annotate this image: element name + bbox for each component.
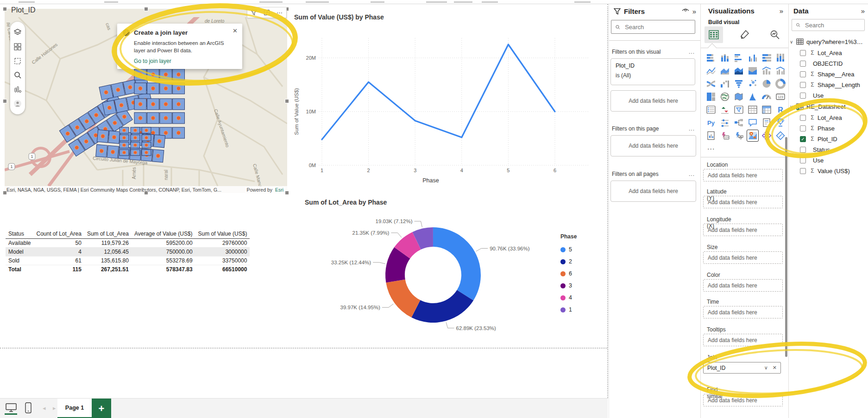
add-data-fields-well[interactable]: Add data fields here <box>703 279 783 292</box>
new-page-button[interactable]: + <box>92 399 111 418</box>
legend-item[interactable]: 5 <box>560 243 577 256</box>
field-row-status[interactable]: Status <box>800 144 868 155</box>
power-apps-visual-icon[interactable]: 123 <box>719 130 730 141</box>
clear-icon[interactable]: ✕ <box>773 365 777 371</box>
metrics-icon[interactable] <box>775 117 786 128</box>
resize-handle[interactable] <box>285 99 289 103</box>
search-icon[interactable] <box>13 71 22 79</box>
table-header[interactable]: Count of Lot_Area <box>33 229 84 239</box>
select-region-icon[interactable] <box>13 57 22 65</box>
add-data-fields-well[interactable]: Add data fields here <box>703 196 783 208</box>
infographics-icon[interactable] <box>13 85 22 94</box>
page-tab[interactable]: Page 1 <box>57 399 92 418</box>
analytics-tab[interactable] <box>766 26 784 43</box>
section-more-icon[interactable]: ... <box>689 171 695 177</box>
clustered-bar-chart-icon[interactable] <box>733 52 744 63</box>
stacked-bar-chart-icon[interactable] <box>705 52 717 63</box>
add-data-fields-well[interactable]: Add data fields here <box>703 251 783 264</box>
line-and-stacked-column-chart-icon[interactable] <box>761 65 772 76</box>
smart-narrative-icon[interactable] <box>761 117 772 128</box>
custom-visual-icon[interactable] <box>775 130 786 141</box>
checkbox[interactable] <box>800 115 806 121</box>
donut-chart-icon[interactable] <box>775 78 786 89</box>
desktop-view-icon[interactable] <box>6 403 17 412</box>
legend-item[interactable]: 3 <box>560 280 577 292</box>
map-icon[interactable] <box>719 91 730 102</box>
checkbox[interactable] <box>800 125 806 131</box>
checkbox[interactable] <box>800 168 806 174</box>
chevron-expanded-icon[interactable]: ∨ <box>790 104 796 109</box>
table-row[interactable]: Available50119,579.26595200.0029760000 <box>6 239 250 248</box>
table-header[interactable]: Sum of Value (US$) <box>195 229 250 239</box>
waterfall-chart-icon[interactable] <box>719 78 730 89</box>
legend-item[interactable]: 1 <box>560 304 577 316</box>
field-row-phase[interactable]: ΣPhase <box>800 123 868 133</box>
table-visual[interactable]: StatusCount of Lot_AreaSum of Lot_AreaAv… <box>6 229 239 274</box>
resize-handle[interactable] <box>144 191 148 195</box>
add-filter-field-all-pages[interactable]: Add data fields here <box>610 181 696 202</box>
card-icon[interactable]: 123 <box>775 91 786 102</box>
data-search-input[interactable] <box>804 21 861 29</box>
filters-search[interactable] <box>611 20 695 34</box>
hundred-stacked-area-chart-icon[interactable] <box>747 65 758 76</box>
esri-link[interactable]: Esri <box>275 187 283 193</box>
stacked-area-chart-icon[interactable] <box>733 65 744 76</box>
legend-item[interactable]: 6 <box>560 268 577 280</box>
checkbox[interactable] <box>800 50 806 56</box>
arcgis-map-icon[interactable] <box>747 130 758 141</box>
collapse-pane-icon[interactable]: » <box>861 7 865 15</box>
donut-chart-visual[interactable]: Sum of Lot_Area by Phase 90.76K (33.96%)… <box>296 196 608 344</box>
field-row-shape-area[interactable]: ΣShape__Area <box>800 69 868 79</box>
line-chart-visual[interactable]: Sum of Value (US$) by Phase 0M10M20M1234… <box>292 11 600 189</box>
ribbon-chart-icon[interactable] <box>705 78 717 89</box>
power-automate-visual-icon[interactable] <box>733 130 744 141</box>
field-row-objectid[interactable]: OBJECTID <box>800 58 868 69</box>
add-filter-field-page[interactable]: Add data fields here <box>610 135 696 156</box>
legend-item[interactable]: 4 <box>560 292 577 304</box>
format-visual-tab[interactable] <box>735 26 754 43</box>
field-row-lot-area[interactable]: ΣLot_Area <box>800 48 868 58</box>
field-row-shape-length[interactable]: ΣShape__Length <box>800 80 868 90</box>
r-script-visual-icon[interactable]: R <box>775 104 786 115</box>
section-more-icon[interactable]: ... <box>689 49 695 55</box>
add-data-fields-well[interactable]: Add data fields here <box>703 169 783 181</box>
table-header[interactable]: Status <box>6 229 33 239</box>
decomposition-tree-icon[interactable] <box>733 117 744 128</box>
chevron-expanded-icon[interactable]: ∨ <box>790 39 796 44</box>
resize-handle[interactable] <box>144 7 148 11</box>
kpi-icon[interactable] <box>719 104 730 115</box>
slicer-icon[interactable] <box>733 104 744 115</box>
next-page-icon[interactable]: ▸ <box>53 405 56 412</box>
table-row[interactable]: Model412,056.45750000.003000000 <box>6 248 250 256</box>
checkbox[interactable] <box>800 157 806 163</box>
layers-icon[interactable] <box>13 28 22 37</box>
checkbox-checked[interactable]: ✓ <box>800 136 806 142</box>
chevron-down-icon[interactable]: ∨ <box>764 365 768 371</box>
line-chart-icon[interactable] <box>705 65 717 76</box>
esri-custom-visual-icon[interactable] <box>761 130 772 141</box>
build-visual-tab[interactable] <box>704 26 723 43</box>
account-icon[interactable] <box>13 100 22 108</box>
checkbox[interactable] <box>800 82 806 88</box>
eye-icon[interactable] <box>682 7 689 15</box>
data-table-query-where-1-3D1-[interactable]: ∨>query?where=1%3D1... <box>790 37 868 47</box>
gauge-icon[interactable] <box>761 91 772 102</box>
table-icon[interactable] <box>747 104 758 115</box>
field-row-plot-id[interactable]: ✓ΣPlot_ID <box>800 134 868 144</box>
add-filter-field-visual[interactable]: Add data fields here <box>610 90 696 112</box>
line-and-clustered-column-chart-icon[interactable] <box>775 65 786 76</box>
mobile-view-icon[interactable] <box>25 402 31 413</box>
collapse-pane-icon[interactable]: » <box>780 7 783 15</box>
add-data-fields-well[interactable]: Add data fields here <box>703 224 783 236</box>
basemap-icon[interactable] <box>13 43 22 51</box>
previous-page-icon[interactable]: ◂ <box>43 405 46 412</box>
more-options-icon[interactable]: ⋯ <box>277 9 283 16</box>
go-to-join-layer-link[interactable]: Go to join layer <box>134 58 237 64</box>
table-header[interactable]: Sum of Lot_Area <box>84 229 132 239</box>
checkbox[interactable] <box>800 93 806 99</box>
resize-handle[interactable] <box>3 99 7 103</box>
data-search[interactable] <box>792 19 865 31</box>
focus-mode-icon[interactable] <box>264 9 270 16</box>
checkbox[interactable] <box>800 61 806 67</box>
area-chart-icon[interactable] <box>719 65 730 76</box>
